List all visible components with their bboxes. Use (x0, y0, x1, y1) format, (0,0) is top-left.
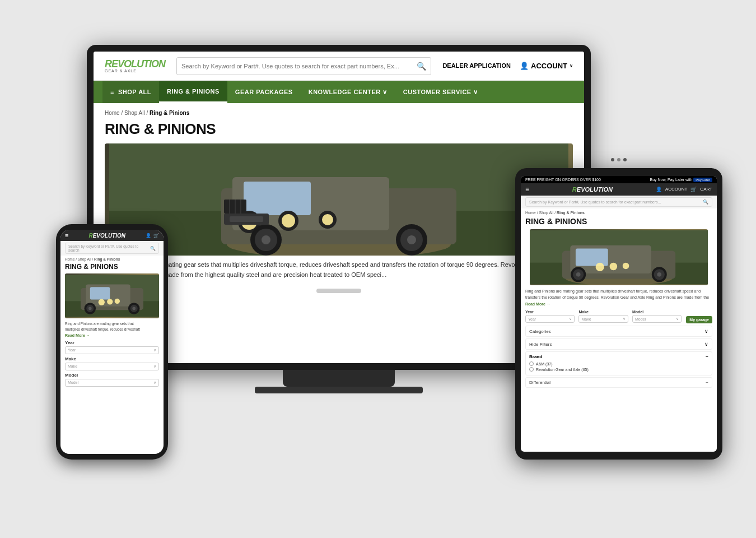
tablet-brand-header: Brand − (529, 354, 708, 359)
tablet-cart-icon[interactable]: 🛒 (690, 187, 697, 192)
tablet-year-wrapper: Year Year ∨ (525, 310, 575, 323)
mobile-year-chevron: ∨ (153, 348, 156, 353)
mobile-hamburger[interactable]: ≡ (65, 232, 68, 239)
breadcrumb-shop-all[interactable]: Shop All (124, 110, 145, 116)
tablet-model-label: Model (632, 310, 682, 314)
svg-point-46 (88, 307, 92, 310)
tablet-make-select[interactable]: Make ∨ (578, 315, 628, 323)
monitor-base (255, 387, 423, 393)
tablet-hide-filters-chevron[interactable]: ∨ (704, 341, 708, 347)
mobile-make-label: Make (65, 356, 159, 361)
tablet-breadcrumb-home[interactable]: Home (525, 211, 536, 215)
mobile-year-select[interactable]: Year ∨ (65, 346, 159, 354)
tablet-logo-r: R (572, 186, 577, 193)
nav-knowledge-center[interactable]: KNOWLEDGE CENTER ∨ (301, 81, 395, 103)
mobile-search-bar[interactable]: Search by Keyword or Part#, Use quotes t… (65, 243, 159, 254)
hero-jeep-svg (105, 143, 573, 256)
tablet-checkbox-revolution[interactable] (529, 367, 534, 372)
mobile-account-icon[interactable]: 👤 (146, 233, 151, 238)
mobile-breadcrumb-current: Ring & Pinions (94, 257, 120, 261)
tablet-hide-filters: Hide Filters ∨ (525, 338, 712, 350)
tablet-model-value: Model (635, 317, 646, 321)
search-input[interactable] (181, 63, 417, 69)
tablet-brand-aam: A&M (37) (529, 361, 708, 366)
tablet-account-icon[interactable]: 👤 (656, 187, 662, 192)
tablet: FREE FREIGHT ON ORDERS OVER $100 Buy Now… (515, 168, 722, 460)
tablet-year-select[interactable]: Year ∨ (525, 315, 575, 323)
tablet-cart-label[interactable]: CART (700, 187, 712, 192)
tablet-header-icons: 👤 ACCOUNT 🛒 CART (656, 187, 712, 192)
mobile-make-select[interactable]: Make ∨ (65, 363, 159, 370)
svg-point-49 (132, 307, 136, 310)
nav-ring-pinions[interactable]: RING & PINIONS (159, 81, 227, 103)
mobile-filter-section: Year Year ∨ Make Make ∨ (60, 340, 164, 387)
svg-point-51 (107, 299, 113, 304)
tablet-filter-section: Year Year ∨ Make Make ∨ (521, 309, 717, 388)
nav-shop-all[interactable]: ≡ SHOP ALL (102, 81, 159, 103)
dealer-application[interactable]: DEALER APPLICATION (442, 62, 511, 69)
account-label: ACCOUNT (531, 62, 567, 70)
nav-gear-packages[interactable]: GEAR PACKAGES (227, 81, 301, 103)
tablet-year-chevron: ∨ (569, 317, 572, 321)
tablet-brand-collapse[interactable]: − (706, 354, 708, 359)
account-chevron: ∨ (570, 63, 573, 68)
breadcrumb-current: Ring & Pinions (150, 110, 189, 116)
tablet-banner-mid: Buy Now, Pay Later with Pay Later (650, 178, 712, 182)
tablet-my-garage-btn[interactable]: My garage (686, 316, 712, 323)
mobile-read-more[interactable]: Read More → (60, 333, 164, 340)
tablet-categories-chevron[interactable]: ∨ (704, 328, 708, 334)
search-bar[interactable]: 🔍 (176, 57, 431, 75)
dot-1 (611, 158, 614, 161)
tablet-make-value: Make (581, 317, 591, 321)
scroll-indicator[interactable] (316, 289, 361, 293)
scene: REVOLUTION GEAR & AXLE 🔍 DEALER APPLICAT… (0, 0, 756, 538)
tablet-banner-left: FREE FREIGHT ON ORDERS OVER $100 (525, 178, 601, 182)
tablet-logo: REVOLUTION (572, 186, 613, 193)
mobile-breadcrumb-home[interactable]: Home (65, 257, 74, 261)
mobile-frame: ≡ REVOLUTION 👤 🛒 Search by Keyword or Pa… (56, 224, 168, 460)
tablet-ymm-row: Year Year ∨ Make Make ∨ (525, 309, 712, 323)
breadcrumb-home[interactable]: Home (105, 110, 120, 116)
tablet-categories-row: Categories ∨ (525, 326, 712, 337)
tablet-search-bar[interactable]: Search by Keyword or Part#, Use quotes t… (525, 197, 712, 207)
svg-point-36 (596, 263, 604, 271)
monitor-stand (283, 370, 395, 387)
tablet-checkbox-aam[interactable] (529, 361, 534, 366)
account-button[interactable]: 👤 ACCOUNT ∨ (520, 62, 573, 70)
tablet-breadcrumb-shop-all[interactable]: Shop All (539, 211, 554, 215)
mobile-model-select[interactable]: Model ∨ (65, 379, 159, 387)
tablet-dots (611, 158, 627, 161)
mobile-screen: ≡ REVOLUTION 👤 🛒 Search by Keyword or Pa… (60, 230, 164, 454)
tablet-account-label[interactable]: ACCOUNT (665, 187, 688, 192)
tablet-differential-chevron[interactable]: − (706, 380, 708, 385)
mobile-model-chevron: ∨ (153, 381, 156, 385)
mobile-model-label: Model (65, 373, 159, 378)
svg-rect-5 (244, 182, 311, 215)
search-button[interactable]: 🔍 (417, 62, 426, 71)
logo-evolution: EVOLUTION (111, 58, 165, 69)
tablet-hamburger[interactable]: ≡ (525, 185, 529, 193)
mobile-header-icons: 👤 🛒 (146, 233, 159, 238)
tablet-model-select[interactable]: Model ∨ (632, 315, 682, 323)
tablet-breadcrumb-current: Ring & Pinions (557, 211, 585, 215)
tablet-make-label: Make (578, 310, 628, 314)
mobile-make-row: Make Make ∨ (65, 356, 159, 370)
tablet-screen: FREE FREIGHT ON ORDERS OVER $100 Buy Now… (521, 176, 717, 452)
tablet-brand-revolution-label: Revolution Gear and Axle (65) (536, 368, 589, 372)
mobile-year-row: Year Year ∨ (65, 340, 159, 354)
mobile-search-icon[interactable]: 🔍 (150, 246, 156, 251)
tablet-search-icon[interactable]: 🔍 (703, 200, 708, 205)
nav-customer-service[interactable]: CUSTOMER SERVICE ∨ (395, 81, 486, 103)
mobile-hero-svg (65, 273, 159, 318)
mobile-logo-r: R (88, 233, 92, 239)
mobile-model-row: Model Model ∨ (65, 373, 159, 387)
hero-image (105, 143, 573, 256)
mobile-breadcrumb-shop-all[interactable]: Shop All (78, 257, 91, 261)
tablet-read-more[interactable]: Read More → (521, 302, 717, 309)
mobile-description: Ring and Pinions are mating gear sets th… (60, 318, 164, 333)
nav-customer-service-label: CUSTOMER SERVICE ∨ (403, 89, 478, 96)
mobile-logo-text: EVOLUTION (93, 233, 125, 239)
mobile-phone: ≡ REVOLUTION 👤 🛒 Search by Keyword or Pa… (56, 224, 168, 460)
svg-point-38 (623, 263, 629, 270)
mobile-cart-icon[interactable]: 🛒 (153, 233, 159, 238)
